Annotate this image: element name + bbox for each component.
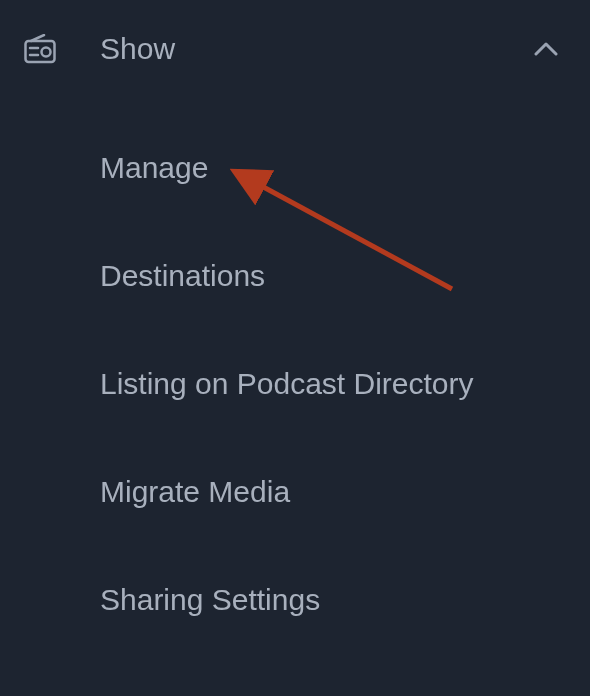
sidebar-item-label: Destinations (100, 259, 265, 292)
radio-icon (24, 33, 56, 65)
sidebar-item-migrate-media[interactable]: Migrate Media (100, 438, 566, 546)
sidebar-item-listing-podcast-directory[interactable]: Listing on Podcast Directory (100, 330, 566, 438)
sidebar-section-show[interactable]: Show (24, 26, 566, 94)
sidebar: Show Manage Destinations Listing on Podc… (0, 0, 590, 654)
chevron-up-icon (532, 35, 560, 63)
sidebar-item-label: Sharing Settings (100, 583, 320, 616)
sidebar-item-manage[interactable]: Manage (100, 114, 566, 222)
sidebar-item-label: Migrate Media (100, 475, 290, 508)
sidebar-section-title: Show (100, 32, 175, 66)
sidebar-submenu: Manage Destinations Listing on Podcast D… (24, 94, 566, 654)
svg-point-2 (42, 48, 51, 57)
sidebar-item-label: Manage (100, 151, 208, 184)
sidebar-item-label: Listing on Podcast Directory (100, 367, 474, 400)
sidebar-item-destinations[interactable]: Destinations (100, 222, 566, 330)
sidebar-item-sharing-settings[interactable]: Sharing Settings (100, 546, 566, 654)
